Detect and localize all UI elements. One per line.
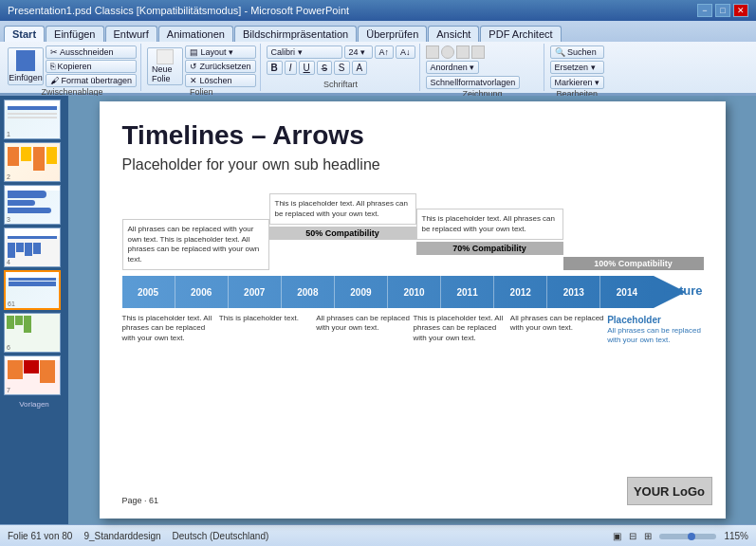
lower-text-3: All phrases can be replaced with your ow… — [316, 314, 413, 346]
view-slide-icon[interactable]: ⊟ — [629, 531, 636, 541]
minimize-button[interactable]: − — [697, 4, 712, 17]
lower-text-2: This is placeholder text. — [219, 314, 316, 346]
layout-button[interactable]: ▤ Layout ▾ — [185, 46, 256, 59]
thumb-num-6: 6 — [7, 344, 10, 351]
zoom-thumb — [688, 533, 695, 540]
shape-4[interactable] — [471, 46, 485, 59]
tab-ansicht[interactable]: Ansicht — [428, 26, 479, 42]
timeline: 2005 2006 2007 2008 2009 2010 2011 2012 … — [122, 276, 703, 308]
view-reading-icon[interactable]: ⊞ — [644, 531, 652, 541]
loeschen-button[interactable]: ✕ Löschen — [185, 74, 256, 87]
status-right: ▣ ⊟ ⊞ 115% — [613, 531, 748, 541]
thumb-num-2: 2 — [7, 173, 10, 180]
ribbon-content: Einfügen ✂ Ausschneiden ⎘ Kopieren 🖌 For… — [0, 42, 756, 95]
compat-70-label: 70% Compatibility — [416, 242, 563, 255]
page-number: Page · 61 — [122, 496, 159, 505]
tab-pdf[interactable]: PDF Architect — [480, 26, 561, 42]
lower-text-placeholder: Placeholder All phrases can be replaced … — [607, 314, 702, 346]
slide-panel: 1 2 3 — [0, 96, 68, 524]
thumb-num-1: 1 — [7, 131, 10, 137]
shape-3[interactable] — [456, 46, 470, 59]
tab-bildschirm[interactable]: Bildschirmpräsentation — [234, 26, 357, 42]
year-2014: 2014 — [600, 276, 653, 308]
slide-thumb-7[interactable]: 7 — [4, 355, 61, 395]
suchen-button[interactable]: 🔍 Suchen — [550, 46, 605, 59]
schnellformatvorlagen-button[interactable]: Schnellformatvorlagen — [426, 76, 521, 89]
compat-50-label: 50% Compatibility — [269, 227, 416, 240]
italic-button[interactable]: I — [285, 61, 297, 75]
placeholder-sub: All phrases can be replaced with your ow… — [607, 326, 702, 346]
font-grow[interactable]: A↑ — [375, 46, 395, 59]
shape-2[interactable] — [441, 46, 454, 59]
font-color-button[interactable]: A — [352, 61, 368, 75]
year-2010: 2010 — [388, 276, 441, 308]
slide-thumb-6[interactable]: 6 — [4, 313, 61, 353]
neue-folie-button[interactable]: Neue Folie — [147, 47, 183, 85]
year-2006: 2006 — [175, 276, 229, 308]
lower-text-4: This is placeholder text. All phrases ca… — [413, 314, 509, 346]
year-2005: 2005 — [122, 276, 175, 308]
font-shrink[interactable]: A↓ — [396, 46, 415, 59]
thumb-num-4: 4 — [7, 259, 10, 265]
vorlagen-label: Vorlagen — [4, 398, 65, 409]
text-box-1: All phrases can be replaced with your ow… — [122, 219, 269, 270]
underline-button[interactable]: U — [299, 61, 315, 75]
ersetzen-button[interactable]: Ersetzen ▾ — [550, 61, 605, 74]
main-area: 1 2 3 — [0, 96, 756, 524]
window-controls: − □ ✕ — [697, 4, 748, 17]
future-label: Future — [664, 283, 702, 298]
timeline-arrow-body: 2005 2006 2007 2008 2009 2010 2011 2012 … — [122, 276, 654, 308]
status-left: Folie 61 von 80 9_Standarddesign Deutsch… — [8, 531, 268, 541]
einfuegen-button[interactable]: Einfügen — [8, 47, 44, 85]
year-2007: 2007 — [229, 276, 282, 308]
slide-thumb-1[interactable]: 1 — [4, 100, 61, 139]
zoom-bar[interactable] — [659, 534, 716, 539]
thumb-num-3: 3 — [7, 216, 10, 223]
kopieren-button[interactable]: ⎘ Kopieren — [46, 60, 137, 73]
slide-canvas[interactable]: Timelines – Arrows Placeholder for your … — [100, 101, 726, 519]
text-box-2: This is placeholder text. All phrases ca… — [269, 193, 416, 225]
strikethrough-button[interactable]: S̶ — [317, 61, 332, 75]
tab-entwurf[interactable]: Entwurf — [105, 26, 157, 42]
slide-thumb-3[interactable]: 3 — [4, 185, 61, 225]
placeholder-bold: Placeholder — [607, 314, 702, 326]
view-normal-icon[interactable]: ▣ — [613, 531, 621, 541]
tab-ueberprufen[interactable]: Überprüfen — [358, 26, 427, 42]
slide-thumb-2[interactable]: 2 — [4, 142, 61, 182]
title-bar: Presentation1.psd Classics [Kompatibilit… — [0, 0, 756, 21]
close-button[interactable]: ✕ — [733, 4, 748, 17]
text-box-3: This is placeholder text. All phrases ca… — [416, 209, 563, 240]
markieren-button[interactable]: Markieren ▾ — [550, 76, 605, 89]
ausschneiden-button[interactable]: ✂ Ausschneiden — [46, 46, 137, 59]
year-2008: 2008 — [282, 276, 335, 308]
lower-text-1: This is placeholder text. All phrases ca… — [122, 314, 219, 346]
shadow-button[interactable]: S — [334, 61, 350, 75]
bold-button[interactable]: B — [267, 61, 283, 75]
tab-einfuegen[interactable]: Einfügen — [46, 26, 103, 42]
slide-thumb-active[interactable]: 61 — [4, 270, 61, 310]
font-size-select[interactable]: 24 ▾ — [344, 46, 373, 59]
ribbon: Start Einfügen Entwurf Animationen Bilds… — [0, 21, 756, 96]
slide-count: Folie 61 von 80 — [8, 531, 72, 541]
shape-1[interactable] — [426, 46, 439, 59]
compat-70-area: This is placeholder text. All phrases ca… — [416, 209, 563, 255]
year-2013: 2013 — [547, 276, 600, 308]
language: Deutsch (Deutschland) — [173, 531, 269, 541]
group-zwischenablage: Einfügen ✂ Ausschneiden ⎘ Kopieren 🖌 For… — [4, 44, 141, 91]
tab-animationen[interactable]: Animationen — [158, 26, 233, 42]
compat-100-label: 100% Compatibility — [563, 257, 704, 270]
lower-text-5: All phrases can be replaced with your ow… — [510, 314, 607, 346]
year-2012: 2012 — [494, 276, 547, 308]
maximize-button[interactable]: □ — [715, 4, 730, 17]
tab-start[interactable]: Start — [4, 26, 45, 42]
group-bearbeiten: 🔍 Suchen Ersetzen ▾ Markieren ▾ Bearbeit… — [546, 44, 609, 91]
ribbon-tabs: Start Einfügen Entwurf Animationen Bilds… — [0, 21, 756, 42]
anordnen-button[interactable]: Anordnen ▾ — [426, 61, 480, 74]
group-zeichnung: Anordnen ▾ Schnellformatvorlagen Zeichnu… — [422, 44, 544, 91]
format-uebertragen[interactable]: 🖌 Format übertragen — [46, 74, 137, 87]
zoom-level: 115% — [724, 531, 748, 541]
font-select[interactable]: Calibri ▾ — [267, 46, 342, 59]
zuruecksetzen-button[interactable]: ↺ Zurücksetzen — [185, 60, 256, 73]
slide-thumb-4[interactable]: 4 — [4, 228, 61, 267]
slide-subtitle: Placeholder for your own sub headline — [122, 156, 703, 173]
